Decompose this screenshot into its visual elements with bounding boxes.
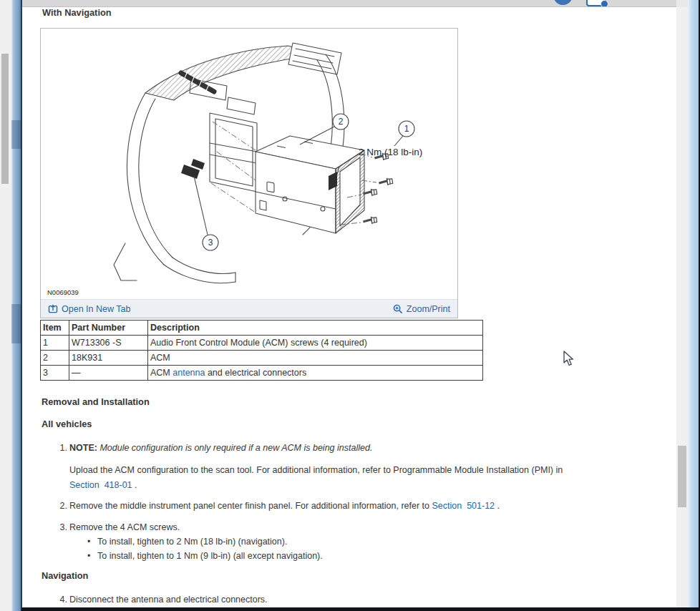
acm-screws [363, 152, 393, 225]
callout-3-leader [194, 176, 208, 235]
right-scrollbar-track[interactable] [676, 7, 688, 611]
open-in-new-tab-icon [48, 304, 58, 313]
callout-1-number: 1 [404, 124, 409, 134]
section-501-12-link[interactable]: Section 501-12 [432, 501, 495, 511]
table-row: 1 W713306 -S Audio Front Control Module … [41, 336, 483, 351]
mouse-cursor [563, 351, 575, 366]
cell-item: 1 [41, 336, 69, 351]
step-number: 3. [42, 520, 67, 534]
table-row: 2 18K931 ACM [41, 351, 483, 366]
note-text: Module configuration is only required if… [99, 443, 372, 453]
bullet-text: To install, tighten to 2 Nm (18 lb-in) (… [97, 537, 287, 547]
all-vehicles-heading: All vehicles [42, 419, 92, 430]
cell-description: ACM antenna and electrical connectors [148, 366, 483, 381]
account-circle-icon[interactable] [553, 0, 573, 5]
navigation-heading: Navigation [42, 570, 88, 582]
step-text: Remove the middle instrument panel cente… [69, 501, 432, 511]
description-text: ACM [150, 368, 172, 378]
figure-number: N0069039 [47, 288, 79, 296]
note-label: NOTE: [69, 443, 97, 453]
bullet-item: • To install, tighten to 1 Nm (9 lb-in) … [42, 549, 666, 563]
cell-description: ACM [148, 351, 483, 366]
zoom-magnifier-icon [393, 304, 403, 314]
figure-footer-bar: Open In New Tab Zoom/Print [41, 299, 457, 318]
callout-3-number: 3 [208, 238, 213, 248]
header-item: Item [41, 321, 69, 336]
step-number: 1. [42, 441, 67, 455]
bullet-text: To install, tighten to 1 Nm (9 lb-in) (a… [97, 551, 323, 561]
app-window: With Navigation [0, 0, 700, 611]
cell-item: 2 [41, 351, 69, 366]
step-number: 2. [42, 499, 67, 513]
step-number: 4. [42, 592, 67, 607]
panel-edge-shade [11, 304, 21, 343]
acm-unit-drawing [256, 136, 364, 233]
paragraph-tail: . [132, 480, 137, 490]
torque-spec-label: 2 Nm (18 lb-in) [359, 147, 422, 157]
page-title: With Navigation [42, 7, 112, 18]
step-text: Disconnect the antenna and electrical co… [69, 595, 268, 605]
cell-item: 3 [41, 366, 69, 381]
panel-edge-shade [11, 120, 21, 149]
print-icon[interactable] [586, 0, 606, 6]
left-gutter [0, 0, 11, 611]
callout-1-leader [394, 136, 403, 146]
open-in-new-tab-label: Open In New Tab [62, 304, 130, 314]
step-text: Remove the 4 ACM screws. [69, 522, 180, 532]
cell-part-number: — [69, 366, 148, 381]
figure-box: 2 1 3 2 Nm (18 lb-in) N0069039 Open In N… [40, 28, 458, 318]
bullet-marker: • [87, 549, 90, 563]
cell-part-number: W713306 -S [69, 336, 148, 351]
top-toolbar [22, 0, 676, 7]
bullet-marker: • [87, 534, 90, 549]
removal-installation-heading: Removal and Installation [42, 396, 150, 408]
antenna-link[interactable]: antenna [172, 368, 205, 378]
acm-exploded-view-diagram: 2 1 3 2 Nm (18 lb-in) [41, 29, 457, 299]
right-panel-edge [688, 0, 699, 611]
section-418-01-link[interactable]: Section 418-01 [69, 480, 132, 490]
open-in-new-tab-link[interactable]: Open In New Tab [48, 304, 130, 314]
cell-description: Audio Front Control Module (ACM) screws … [148, 336, 483, 351]
header-part-number: Part Number [69, 321, 148, 336]
bottom-window-border [21, 607, 700, 611]
description-text: and electrical connectors [205, 368, 306, 378]
table-row: 3 — ACM antenna and electrical connector… [41, 366, 483, 381]
step-1-paragraph: Upload the ACM configuration to the scan… [42, 463, 666, 493]
step-3: 3. Remove the 4 ACM screws. [42, 520, 666, 534]
content-panel: With Navigation [22, 0, 676, 611]
step-tail: . [495, 501, 500, 511]
print-badge [601, 0, 608, 7]
step-1: 1. NOTE: Module configuration is only re… [42, 441, 666, 455]
paragraph-text: Upload the ACM configuration to the scan… [69, 465, 563, 475]
step-2: 2. Remove the middle instrument panel ce… [42, 499, 666, 513]
parts-table-header-row: Item Part Number Description [41, 321, 483, 336]
cell-part-number: 18K931 [69, 351, 148, 366]
zoom-print-link[interactable]: Zoom/Print [393, 304, 450, 314]
right-scrollbar-thumb[interactable] [678, 446, 686, 507]
header-description: Description [148, 321, 483, 336]
left-scrollbar-thumb[interactable] [1, 54, 9, 184]
zoom-print-label: Zoom/Print [407, 304, 450, 314]
callout-2-number: 2 [339, 117, 344, 127]
background-panel-edge [11, 0, 21, 611]
step-4: 4. Disconnect the antenna and electrical… [42, 592, 666, 607]
bullet-item: • To install, tighten to 2 Nm (18 lb-in)… [42, 534, 666, 549]
parts-table: Item Part Number Description 1 W713306 -… [40, 320, 483, 381]
